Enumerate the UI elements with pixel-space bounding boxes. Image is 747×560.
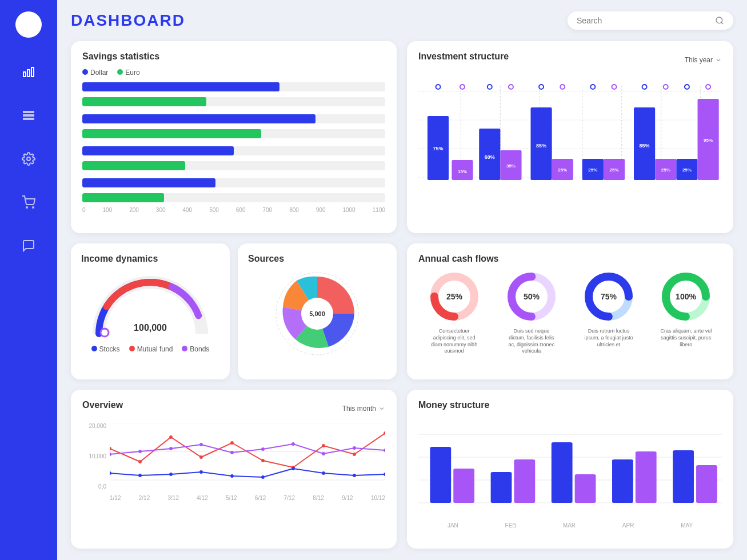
svg-rect-4 xyxy=(23,115,34,116)
cashflow-desc-0: Consectetuer adipiscing elit, sed diam n… xyxy=(429,328,480,355)
svg-point-88 xyxy=(110,453,111,456)
savings-card: Savings statistics Dollar Euro xyxy=(71,41,397,233)
svg-point-95 xyxy=(322,452,325,455)
svg-text:60%: 60% xyxy=(485,154,495,160)
investment-chart: 75% 15% 60% 35% 85% xyxy=(418,74,722,194)
investment-card: Investment structure This year xyxy=(407,41,733,233)
svg-text:75%: 75% xyxy=(433,146,444,151)
svg-point-104 xyxy=(291,467,295,470)
header: DASHBOARD xyxy=(71,11,733,30)
svg-point-29 xyxy=(488,85,492,89)
svg-text:15%: 15% xyxy=(458,169,467,174)
sidebar-item-list[interactable] xyxy=(17,104,40,130)
svg-rect-119 xyxy=(636,451,657,503)
main-content: DASHBOARD Savings statistics Dollar Euro xyxy=(57,0,747,560)
investment-grid: 75% 15% 60% 35% 85% xyxy=(418,74,722,194)
investment-header: Investment structure This year xyxy=(418,51,722,69)
sidebar-item-chat[interactable] xyxy=(17,234,40,261)
cashflows-donuts: 25% Consectetuer adipiscing elit, sed di… xyxy=(418,271,722,355)
cashflow-item-1: 50% Duis sed neque dictum, facilisis fel… xyxy=(506,271,557,355)
svg-text:50%: 50% xyxy=(524,292,540,301)
money-title: Money structure xyxy=(418,400,722,410)
svg-rect-2 xyxy=(31,67,34,77)
svg-rect-112 xyxy=(430,447,451,503)
overview-chart: 1/122/123/124/125/126/127/128/129/1210/1… xyxy=(110,423,385,501)
svg-point-44 xyxy=(612,85,616,89)
legend-dollar: Dollar xyxy=(82,69,108,77)
overview-x-axis: 1/122/123/124/125/126/127/128/129/1210/1… xyxy=(110,495,385,501)
svg-point-35 xyxy=(539,85,544,89)
svg-point-53 xyxy=(685,85,689,89)
svg-point-89 xyxy=(138,450,142,453)
legend-mutual-fund: Mutual fund xyxy=(129,345,173,353)
svg-point-38 xyxy=(560,85,565,89)
sources-title: Sources xyxy=(248,254,386,264)
svg-point-107 xyxy=(384,473,385,476)
svg-point-41 xyxy=(590,85,595,89)
cashflow-item-2: 75% Duis rutrum luctus ipsum, a feugiat … xyxy=(583,271,634,355)
sidebar-item-chart[interactable] xyxy=(17,61,40,87)
money-chart xyxy=(418,417,722,520)
legend-bonds: Bonds xyxy=(182,345,209,353)
search-icon xyxy=(715,16,724,25)
svg-text:5,000: 5,000 xyxy=(309,310,325,317)
svg-point-81 xyxy=(199,455,203,459)
search-bar[interactable] xyxy=(568,11,733,30)
svg-text:100%: 100% xyxy=(676,292,696,301)
svg-point-102 xyxy=(230,474,234,478)
svg-point-83 xyxy=(261,459,265,462)
svg-rect-120 xyxy=(673,450,694,503)
cashflows-title: Annual cash flows xyxy=(418,254,722,264)
svg-rect-1 xyxy=(27,70,30,77)
overview-y-axis: 20,000 10,000 0,0 xyxy=(82,423,106,501)
svg-text:25%: 25% xyxy=(446,292,463,301)
legend-stocks: Stocks xyxy=(91,345,120,353)
cashflows-card: Annual cash flows 25% Consectetuer adipi… xyxy=(407,243,733,379)
savings-axis: 010020030040050060070080090010001100 xyxy=(82,207,385,213)
overview-card: Overview This month 20,000 10,000 0,0 xyxy=(71,390,397,549)
svg-point-82 xyxy=(230,441,234,445)
svg-text:25%: 25% xyxy=(682,167,692,173)
sources-card: Sources xyxy=(238,243,397,379)
svg-point-85 xyxy=(322,444,325,447)
overview-chart-area: 20,000 10,000 0,0 xyxy=(82,423,385,501)
svg-rect-116 xyxy=(552,442,573,503)
svg-rect-3 xyxy=(23,111,34,113)
money-card: Money structure xyxy=(407,390,733,549)
row2-left: Income dynamics 100,000 xyxy=(71,243,397,379)
svg-point-105 xyxy=(322,471,325,475)
investment-filter-button[interactable]: This year xyxy=(685,56,722,64)
money-x-axis: JANFEBMARAPRMAY xyxy=(418,522,722,529)
svg-point-99 xyxy=(138,474,142,477)
overview-header: Overview This month xyxy=(82,400,385,417)
svg-rect-5 xyxy=(23,118,34,119)
svg-point-94 xyxy=(291,442,295,446)
svg-text:85%: 85% xyxy=(640,143,650,149)
svg-point-93 xyxy=(261,447,265,451)
svg-point-9 xyxy=(716,17,722,23)
sidebar xyxy=(0,0,57,560)
svg-rect-121 xyxy=(696,465,717,503)
svg-point-47 xyxy=(642,85,647,89)
svg-point-98 xyxy=(110,471,111,475)
savings-chart: 010020030040050060070080090010001100 xyxy=(82,82,385,213)
sidebar-item-settings[interactable] xyxy=(17,147,40,174)
income-card: Income dynamics 100,000 xyxy=(71,243,230,379)
svg-rect-0 xyxy=(23,72,26,77)
svg-line-10 xyxy=(721,22,723,24)
svg-text:25%: 25% xyxy=(609,167,618,173)
cashflow-desc-1: Duis sed neque dictum, facilisis felis a… xyxy=(506,328,557,355)
svg-point-7 xyxy=(26,207,27,208)
svg-point-101 xyxy=(199,470,203,474)
svg-point-56 xyxy=(706,85,710,89)
svg-point-8 xyxy=(33,207,34,208)
overview-title: Overview xyxy=(82,400,123,410)
sources-chart: 5,000 xyxy=(248,271,386,357)
cashflow-desc-3: Cras aliquam, ante vel sagittis suscipit… xyxy=(660,328,712,348)
sidebar-item-cart[interactable] xyxy=(17,191,40,217)
cashflow-item-3: 100% Cras aliquam, ante vel sagittis sus… xyxy=(660,271,712,355)
investment-title: Investment structure xyxy=(418,51,509,62)
search-input[interactable] xyxy=(577,16,710,25)
svg-text:25%: 25% xyxy=(661,167,670,173)
overview-filter-button[interactable]: This month xyxy=(342,405,385,413)
